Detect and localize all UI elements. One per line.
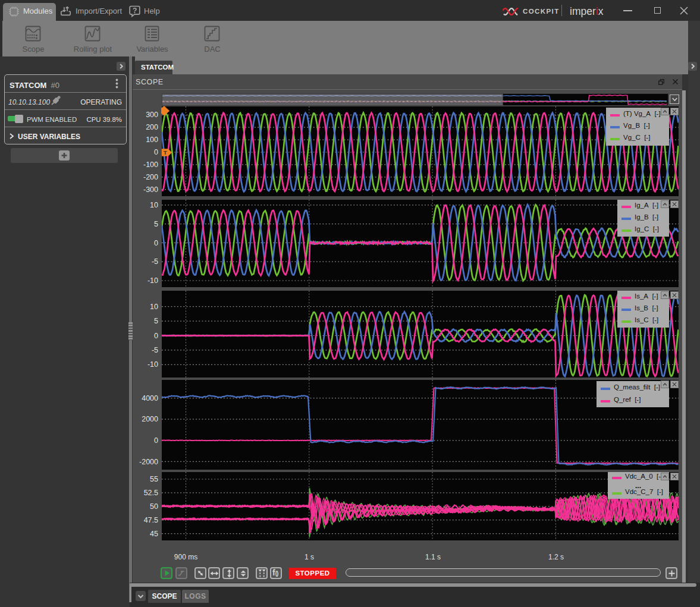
svg-text:?: ? [133, 7, 137, 15]
svg-text:T: T [164, 149, 167, 156]
